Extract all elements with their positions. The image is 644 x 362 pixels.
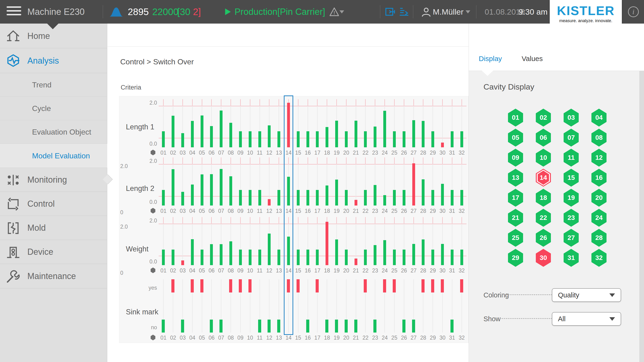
x-axis-label: 18 (322, 268, 332, 274)
x-axis-label: 32 (457, 268, 466, 274)
cavity-hex-19[interactable]: 19 (564, 189, 579, 207)
cavity-hex-30[interactable]: 30 (536, 249, 551, 267)
sidebar-item-device[interactable]: Device (0, 240, 107, 264)
cavity-hex-18[interactable]: 18 (536, 189, 551, 207)
x-axis-label: 15 (293, 268, 303, 274)
sidebar-item-monitoring[interactable]: Monitoring (0, 168, 107, 192)
tab-values[interactable]: Values (522, 55, 543, 63)
info-icon[interactable]: i (628, 6, 639, 17)
value-bar (316, 131, 319, 147)
cavity-hex-13[interactable]: 13 (508, 169, 523, 187)
cavity-number: 08 (592, 129, 606, 146)
x-axis-label: 25 (390, 268, 399, 274)
cavity-number: 01 (508, 109, 523, 126)
cavity-hex-31[interactable]: 31 (564, 249, 579, 267)
plot-area (159, 220, 466, 265)
sidebar-item-maintenance[interactable]: Maintenance (0, 264, 107, 288)
sidebar-item-analysis[interactable]: Analysis (0, 48, 107, 73)
sinkmark-yes-tick (171, 279, 174, 292)
tab-display[interactable]: Display (479, 55, 502, 63)
warning-triangle-icon[interactable]: ! (329, 7, 340, 16)
x-axis-label: 32 (457, 335, 466, 341)
value-bar (278, 131, 280, 147)
cavity-hex-08[interactable]: 08 (592, 129, 606, 146)
x-axis-label: 24 (380, 268, 390, 274)
transfer-icon[interactable] (385, 6, 396, 17)
value-bar (229, 123, 232, 147)
x-axis-label: 20 (341, 208, 351, 214)
value-bar (383, 195, 386, 206)
outer-y-max-label: 2.0 (120, 163, 130, 170)
x-axis-label: 15 (293, 335, 303, 341)
sidebar-item-mold[interactable]: Mold (0, 216, 107, 240)
cavity-column (361, 279, 370, 332)
cavity-hex-28[interactable]: 28 (592, 229, 606, 247)
cavity-column (178, 161, 188, 206)
cavity-hex-09[interactable]: 09 (508, 149, 523, 166)
sidebar-item-trend[interactable]: Trend (0, 73, 107, 97)
cavity-hex-26[interactable]: 26 (536, 229, 551, 247)
cavity-hex-32[interactable]: 32 (592, 249, 606, 267)
sidebar-item-control[interactable]: Control (0, 192, 107, 216)
user-name[interactable]: M.Müller (433, 0, 464, 24)
sinkmark-yes-tick (364, 279, 367, 292)
cavity-hex-21[interactable]: 21 (508, 209, 523, 227)
cavity-hex-03[interactable]: 03 (564, 109, 579, 126)
coloring-select[interactable]: Quality (552, 288, 621, 302)
sidebar-item-evaluation-object[interactable]: Evaluation Object (0, 120, 107, 144)
cavity-hex-10[interactable]: 10 (536, 149, 551, 166)
sidebar-item-cycle[interactable]: Cycle (0, 97, 107, 120)
cavity-hex-04[interactable]: 04 (592, 109, 606, 126)
coloring-value: Quality (558, 291, 579, 299)
x-axis-label: 14 (284, 208, 294, 214)
value-bar (374, 126, 376, 147)
x-axis-label: 20 (341, 268, 351, 274)
sinkmark-no-tick (354, 320, 357, 332)
cavity-hex-01[interactable]: 01 (508, 109, 523, 126)
cavity-column (168, 220, 178, 265)
cavity-column (322, 220, 332, 265)
scrollbar[interactable] (639, 71, 644, 362)
x-axis-label: 11 (255, 335, 264, 341)
x-axis-label: 10 (245, 268, 255, 274)
queue-icon[interactable] (398, 6, 410, 17)
cavity-hex-14[interactable]: 14 (536, 169, 551, 187)
user-dropdown-caret[interactable] (466, 10, 470, 14)
cavity-hex-27[interactable]: 27 (564, 229, 579, 247)
cavity-hex-05[interactable]: 05 (508, 129, 523, 146)
cavity-hex-25[interactable]: 25 (508, 229, 523, 247)
cavity-hex-16[interactable]: 16 (592, 169, 606, 187)
cavity-hex-15[interactable]: 15 (564, 169, 579, 187)
cavity-hex-24[interactable]: 24 (592, 209, 606, 227)
x-axis-label: 18 (322, 208, 332, 214)
cavity-number: 19 (564, 189, 579, 207)
cavity-hex-22[interactable]: 22 (536, 209, 551, 227)
cavity-column (428, 279, 438, 332)
value-bar (402, 250, 406, 265)
value-bar (191, 239, 194, 265)
cavity-column (168, 102, 178, 147)
cavity-hex-06[interactable]: 06 (536, 129, 551, 146)
cavity-hex-11[interactable]: 11 (564, 149, 579, 166)
value-bar (441, 244, 444, 265)
sinkmark-no-tick (306, 320, 309, 332)
cavity-hex-12[interactable]: 12 (592, 149, 606, 166)
y-axis-min-label: 0.0 (134, 141, 157, 147)
chart-row-sinkmark: Sink mark yes no 01020304050607080910111… (119, 274, 469, 343)
cavity-hex-02[interactable]: 02 (536, 109, 551, 126)
cavity-hex-20[interactable]: 20 (592, 189, 606, 207)
status-dropdown-caret[interactable] (340, 10, 344, 14)
cavity-number: 05 (508, 129, 523, 146)
cavity-hex-17[interactable]: 17 (508, 189, 523, 207)
cavity-column (438, 102, 448, 147)
value-bar (229, 176, 232, 206)
sidebar-item-model-evaluation[interactable]: Model Evaluation (0, 144, 107, 168)
show-select[interactable]: All (552, 312, 621, 326)
hamburger-menu-icon[interactable] (6, 6, 21, 17)
cavity-hex-29[interactable]: 29 (508, 249, 523, 267)
sidebar: Home Analysis Trend Cycle Evaluation Obj… (0, 24, 107, 362)
cavity-hex-07[interactable]: 07 (564, 129, 579, 146)
cavity-column (457, 161, 466, 206)
cavity-hex-23[interactable]: 23 (564, 209, 579, 227)
cavity-column (197, 279, 207, 332)
